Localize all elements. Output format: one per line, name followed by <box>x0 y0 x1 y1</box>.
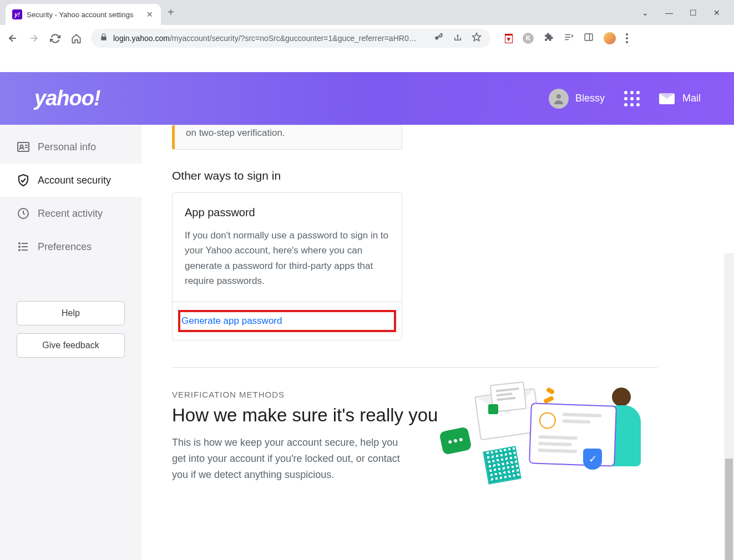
svg-point-0 <box>435 37 438 40</box>
main-content: on two-step verification. Other ways to … <box>141 125 734 560</box>
sidebar-item-label: Account security <box>38 175 111 186</box>
other-ways-heading: Other ways to sign in <box>172 169 734 182</box>
sidebar-item-preferences[interactable]: Preferences <box>0 230 141 263</box>
home-button[interactable] <box>70 32 82 44</box>
browser-chrome: y! Security - Yahoo account settings ✕ +… <box>0 0 734 52</box>
mail-link[interactable]: Mail <box>659 93 701 104</box>
minimize-icon[interactable]: — <box>665 8 673 17</box>
key-icon[interactable] <box>434 32 444 44</box>
close-window-icon[interactable]: ✕ <box>713 8 720 17</box>
annotation-highlight: Generate app password <box>178 310 396 332</box>
menu-icon[interactable] <box>626 33 628 43</box>
yahoo-favicon: y! <box>12 9 22 19</box>
browser-tab[interactable]: y! Security - Yahoo account settings ✕ <box>6 4 161 25</box>
divider <box>172 367 657 368</box>
svg-point-6 <box>19 243 20 244</box>
lock-icon <box>100 33 108 43</box>
svg-point-4 <box>21 145 23 148</box>
reload-button[interactable] <box>49 32 61 44</box>
extensions-icon[interactable] <box>544 32 554 44</box>
mail-icon <box>659 93 675 104</box>
close-icon[interactable]: ✕ <box>145 10 154 19</box>
app-password-desc: If you don't normally use a password to … <box>185 228 389 288</box>
svg-rect-1 <box>585 34 593 40</box>
give-feedback-button[interactable]: Give feedback <box>17 333 125 358</box>
address-bar[interactable]: login.yahoo.com/myaccount/security/?src=… <box>91 29 490 48</box>
app-password-title: App password <box>185 206 389 219</box>
profile-avatar[interactable] <box>604 32 616 44</box>
sidebar-item-label: Preferences <box>38 241 92 253</box>
svg-point-8 <box>19 250 20 251</box>
yahoo-logo[interactable]: yahoo! <box>34 86 100 110</box>
caret-down-icon[interactable]: ⌄ <box>642 8 649 17</box>
mcafee-icon[interactable]: ▾ <box>505 34 513 43</box>
sidebar-item-recent-activity[interactable]: Recent activity <box>0 197 141 230</box>
user-menu[interactable]: Blessy <box>549 89 605 109</box>
tab-title: Security - Yahoo account settings <box>27 11 141 19</box>
scrollbar-thumb[interactable] <box>725 459 733 560</box>
forward-button <box>28 32 40 44</box>
notice-text: on two-step verification. <box>186 125 391 140</box>
verification-illustration: ✓ <box>436 388 657 482</box>
sidebar-item-label: Personal info <box>38 141 96 153</box>
new-tab-button[interactable]: + <box>168 6 174 19</box>
media-icon[interactable] <box>564 32 574 44</box>
url-text: login.yahoo.com/myaccount/security/?src=… <box>113 34 417 43</box>
back-button[interactable] <box>7 32 19 44</box>
app-password-card: App password If you don't normally use a… <box>172 192 402 340</box>
star-icon[interactable] <box>472 32 482 44</box>
sidebar-item-personal-info[interactable]: Personal info <box>0 130 141 164</box>
scrollbar[interactable] <box>724 253 734 560</box>
mail-label: Mail <box>682 93 701 104</box>
sidebar-item-account-security[interactable]: Account security <box>0 164 141 197</box>
sidepanel-icon[interactable] <box>584 32 594 44</box>
two-step-notice: on two-step verification. <box>172 125 402 150</box>
share-icon[interactable] <box>453 32 463 44</box>
apps-icon[interactable] <box>624 91 640 106</box>
maximize-icon[interactable]: ☐ <box>690 8 697 17</box>
generate-app-password-link[interactable]: Generate app password <box>180 312 283 330</box>
user-name: Blessy <box>575 93 605 104</box>
sidebar: Personal info Account security Recent ac… <box>0 125 141 560</box>
svg-point-7 <box>19 246 20 247</box>
extension-k-icon[interactable]: K <box>523 33 534 44</box>
sidebar-item-label: Recent activity <box>38 208 103 220</box>
help-button[interactable]: Help <box>17 301 125 325</box>
user-avatar-icon <box>549 89 569 109</box>
svg-point-2 <box>556 94 561 99</box>
yahoo-header: yahoo! Blessy Mail <box>0 72 734 125</box>
verification-desc: This is how we keep your account secure,… <box>172 435 411 482</box>
